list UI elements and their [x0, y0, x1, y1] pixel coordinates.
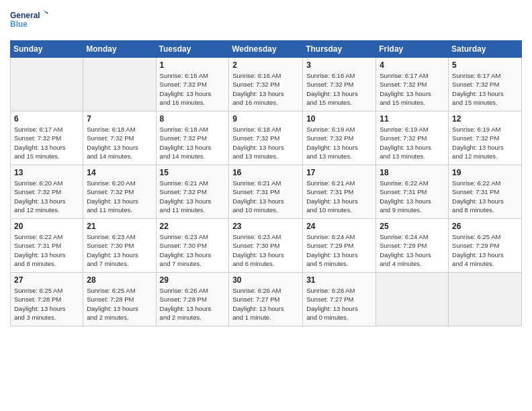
day-number: 2: [232, 60, 299, 70]
calendar-cell: 18Sunrise: 6:22 AM Sunset: 7:31 PM Dayli…: [376, 165, 449, 219]
day-number: 20: [14, 222, 79, 231]
day-number: 16: [232, 168, 299, 177]
day-number: 31: [306, 275, 372, 285]
calendar-cell: 27Sunrise: 6:25 AM Sunset: 7:28 PM Dayli…: [11, 273, 83, 326]
day-number: 5: [452, 60, 518, 70]
day-info: Sunrise: 6:24 AM Sunset: 7:29 PM Dayligh…: [306, 232, 372, 268]
day-number: 9: [232, 114, 299, 124]
day-number: 18: [380, 168, 445, 177]
day-header-tuesday: Tuesday: [156, 41, 229, 58]
calendar-cell: 21Sunrise: 6:23 AM Sunset: 7:30 PM Dayli…: [83, 219, 156, 273]
day-info: Sunrise: 6:16 AM Sunset: 7:32 PM Dayligh…: [232, 71, 299, 107]
calendar-week-3: 13Sunrise: 6:20 AM Sunset: 7:32 PM Dayli…: [11, 165, 522, 219]
calendar-cell: 11Sunrise: 6:19 AM Sunset: 7:32 PM Dayli…: [376, 111, 449, 165]
day-info: Sunrise: 6:21 AM Sunset: 7:32 PM Dayligh…: [160, 179, 226, 214]
calendar-cell: 30Sunrise: 6:26 AM Sunset: 7:27 PM Dayli…: [229, 273, 303, 326]
day-number: 28: [87, 275, 152, 285]
day-number: 26: [452, 222, 518, 231]
day-header-saturday: Saturday: [449, 41, 522, 58]
calendar-week-5: 27Sunrise: 6:25 AM Sunset: 7:28 PM Dayli…: [11, 273, 522, 326]
calendar-cell: 23Sunrise: 6:23 AM Sunset: 7:30 PM Dayli…: [229, 219, 303, 273]
day-info: Sunrise: 6:22 AM Sunset: 7:31 PM Dayligh…: [14, 232, 79, 268]
calendar-cell: 7Sunrise: 6:18 AM Sunset: 7:32 PM Daylig…: [83, 111, 156, 165]
calendar-cell: 10Sunrise: 6:19 AM Sunset: 7:32 PM Dayli…: [303, 111, 376, 165]
day-number: 13: [14, 168, 79, 177]
day-number: 3: [306, 60, 372, 70]
calendar-cell: 24Sunrise: 6:24 AM Sunset: 7:29 PM Dayli…: [303, 219, 376, 273]
day-info: Sunrise: 6:23 AM Sunset: 7:30 PM Dayligh…: [87, 232, 152, 268]
calendar-week-1: 1Sunrise: 6:16 AM Sunset: 7:32 PM Daylig…: [11, 58, 522, 111]
day-info: Sunrise: 6:18 AM Sunset: 7:32 PM Dayligh…: [87, 125, 152, 161]
calendar-cell: [11, 58, 83, 111]
day-number: 1: [160, 60, 226, 70]
day-number: 12: [452, 114, 518, 124]
day-header-friday: Friday: [376, 41, 449, 58]
day-number: 23: [232, 222, 299, 231]
day-number: 21: [87, 222, 152, 231]
day-number: 24: [306, 222, 372, 231]
calendar-cell: 28Sunrise: 6:25 AM Sunset: 7:28 PM Dayli…: [83, 273, 156, 326]
day-number: 11: [380, 114, 445, 124]
day-info: Sunrise: 6:22 AM Sunset: 7:31 PM Dayligh…: [452, 179, 518, 214]
calendar-cell: 22Sunrise: 6:23 AM Sunset: 7:30 PM Dayli…: [156, 219, 229, 273]
day-number: 7: [87, 114, 152, 124]
calendar-week-2: 6Sunrise: 6:17 AM Sunset: 7:32 PM Daylig…: [11, 111, 522, 165]
day-info: Sunrise: 6:18 AM Sunset: 7:32 PM Dayligh…: [160, 125, 226, 161]
day-info: Sunrise: 6:21 AM Sunset: 7:31 PM Dayligh…: [306, 179, 372, 214]
calendar-cell: 1Sunrise: 6:16 AM Sunset: 7:32 PM Daylig…: [156, 58, 229, 111]
day-number: 8: [160, 114, 226, 124]
day-info: Sunrise: 6:19 AM Sunset: 7:32 PM Dayligh…: [306, 125, 372, 161]
day-number: 19: [452, 168, 518, 177]
day-number: 27: [14, 275, 79, 285]
logo: General Blue: [10, 7, 50, 35]
svg-text:Blue: Blue: [10, 19, 28, 29]
calendar-cell: 19Sunrise: 6:22 AM Sunset: 7:31 PM Dayli…: [449, 165, 522, 219]
calendar-cell: 2Sunrise: 6:16 AM Sunset: 7:32 PM Daylig…: [229, 58, 303, 111]
day-header-thursday: Thursday: [303, 41, 376, 58]
day-header-monday: Monday: [83, 41, 156, 58]
day-info: Sunrise: 6:17 AM Sunset: 7:32 PM Dayligh…: [14, 125, 79, 161]
day-info: Sunrise: 6:23 AM Sunset: 7:30 PM Dayligh…: [160, 232, 226, 268]
day-info: Sunrise: 6:16 AM Sunset: 7:32 PM Dayligh…: [160, 71, 226, 107]
day-info: Sunrise: 6:25 AM Sunset: 7:29 PM Dayligh…: [452, 232, 518, 268]
day-number: 29: [160, 275, 226, 285]
calendar-week-4: 20Sunrise: 6:22 AM Sunset: 7:31 PM Dayli…: [11, 219, 522, 273]
calendar-cell: [376, 273, 449, 326]
day-info: Sunrise: 6:25 AM Sunset: 7:28 PM Dayligh…: [87, 286, 152, 322]
calendar-cell: 15Sunrise: 6:21 AM Sunset: 7:32 PM Dayli…: [156, 165, 229, 219]
calendar-cell: 17Sunrise: 6:21 AM Sunset: 7:31 PM Dayli…: [303, 165, 376, 219]
calendar-cell: 8Sunrise: 6:18 AM Sunset: 7:32 PM Daylig…: [156, 111, 229, 165]
calendar-cell: 16Sunrise: 6:21 AM Sunset: 7:31 PM Dayli…: [229, 165, 303, 219]
day-info: Sunrise: 6:18 AM Sunset: 7:32 PM Dayligh…: [232, 125, 299, 161]
day-number: 25: [380, 222, 445, 231]
calendar-header-row: SundayMondayTuesdayWednesdayThursdayFrid…: [11, 41, 522, 58]
calendar-cell: 29Sunrise: 6:26 AM Sunset: 7:28 PM Dayli…: [156, 273, 229, 326]
day-info: Sunrise: 6:26 AM Sunset: 7:27 PM Dayligh…: [306, 286, 372, 322]
day-number: 6: [14, 114, 79, 124]
calendar-cell: 4Sunrise: 6:17 AM Sunset: 7:32 PM Daylig…: [376, 58, 449, 111]
day-info: Sunrise: 6:21 AM Sunset: 7:31 PM Dayligh…: [232, 179, 299, 214]
calendar-cell: [83, 58, 156, 111]
day-info: Sunrise: 6:20 AM Sunset: 7:32 PM Dayligh…: [87, 179, 152, 214]
calendar-cell: 5Sunrise: 6:17 AM Sunset: 7:32 PM Daylig…: [449, 58, 522, 111]
day-info: Sunrise: 6:23 AM Sunset: 7:30 PM Dayligh…: [232, 232, 299, 268]
day-header-wednesday: Wednesday: [229, 41, 303, 58]
day-info: Sunrise: 6:22 AM Sunset: 7:31 PM Dayligh…: [380, 179, 445, 214]
day-number: 22: [160, 222, 226, 231]
calendar-table: SundayMondayTuesdayWednesdayThursdayFrid…: [10, 40, 522, 326]
calendar-cell: 14Sunrise: 6:20 AM Sunset: 7:32 PM Dayli…: [83, 165, 156, 219]
calendar-cell: 31Sunrise: 6:26 AM Sunset: 7:27 PM Dayli…: [303, 273, 376, 326]
calendar-cell: 9Sunrise: 6:18 AM Sunset: 7:32 PM Daylig…: [229, 111, 303, 165]
calendar-cell: 13Sunrise: 6:20 AM Sunset: 7:32 PM Dayli…: [11, 165, 83, 219]
calendar-cell: 20Sunrise: 6:22 AM Sunset: 7:31 PM Dayli…: [11, 219, 83, 273]
day-number: 30: [232, 275, 299, 285]
day-info: Sunrise: 6:25 AM Sunset: 7:28 PM Dayligh…: [14, 286, 79, 322]
day-info: Sunrise: 6:24 AM Sunset: 7:29 PM Dayligh…: [380, 232, 445, 268]
svg-text:General: General: [10, 11, 40, 20]
calendar-cell: 6Sunrise: 6:17 AM Sunset: 7:32 PM Daylig…: [11, 111, 83, 165]
day-info: Sunrise: 6:17 AM Sunset: 7:32 PM Dayligh…: [452, 71, 518, 107]
day-header-sunday: Sunday: [11, 41, 83, 58]
day-number: 17: [306, 168, 372, 177]
calendar-cell: 3Sunrise: 6:16 AM Sunset: 7:32 PM Daylig…: [303, 58, 376, 111]
day-number: 15: [160, 168, 226, 177]
